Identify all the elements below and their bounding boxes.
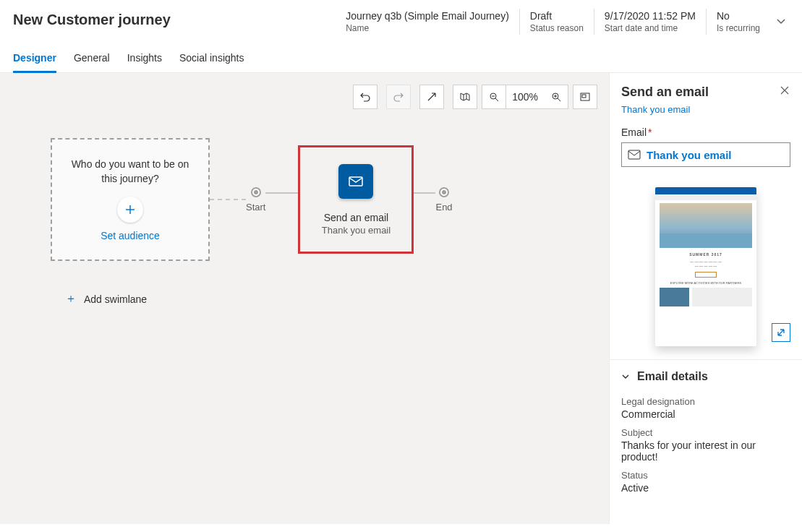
status-value: Active xyxy=(621,482,790,494)
mail-icon xyxy=(628,150,641,160)
minimap-button[interactable] xyxy=(453,85,477,109)
svg-line-4 xyxy=(558,98,560,101)
tab-general[interactable]: General xyxy=(74,48,110,72)
panel-close-button[interactable] xyxy=(779,85,790,96)
send-email-tile[interactable]: Send an email Thank you email xyxy=(298,145,414,254)
send-email-tile-title: Send an email xyxy=(324,212,389,223)
header-meta-group: Journey q3b (Simple Email Journey) Name … xyxy=(336,9,789,35)
svg-rect-11 xyxy=(349,177,362,186)
expand-preview-button[interactable] xyxy=(772,323,790,342)
email-details-content: Legal designation Commercial Subject Tha… xyxy=(610,386,802,494)
redo-icon xyxy=(393,91,404,103)
fullscreen-button[interactable] xyxy=(573,85,597,109)
legal-designation-value: Commercial xyxy=(621,408,790,420)
tab-social-insights[interactable]: Social insights xyxy=(179,48,244,72)
close-icon xyxy=(780,86,789,95)
redo-button[interactable] xyxy=(386,85,411,109)
chevron-down-icon xyxy=(621,372,630,381)
meta-recurring[interactable]: No Is recurring xyxy=(706,9,770,35)
fit-screen-icon xyxy=(426,91,438,103)
email-details-title: Email details xyxy=(637,370,708,383)
panel-subtitle-link[interactable]: Thank you email xyxy=(610,104,802,115)
zoom-in-icon xyxy=(551,92,561,102)
plus-icon: ＋ xyxy=(65,291,77,306)
meta-name[interactable]: Journey q3b (Simple Email Journey) Name xyxy=(336,9,519,35)
tab-designer[interactable]: Designer xyxy=(13,48,56,73)
connector-solid-2 xyxy=(414,192,435,194)
mail-icon xyxy=(347,173,364,190)
add-audience-button[interactable] xyxy=(117,197,143,223)
tab-bar: Designer General Insights Social insight… xyxy=(0,35,802,73)
canvas-toolbar: 100% xyxy=(353,85,597,109)
zoom-out-icon xyxy=(489,92,499,102)
start-node-label: Start xyxy=(246,202,265,213)
start-node[interactable]: Start xyxy=(246,187,265,213)
end-node-dot xyxy=(439,187,449,197)
undo-button[interactable] xyxy=(353,85,377,109)
meta-status[interactable]: Draft Status reason xyxy=(519,9,594,35)
set-audience-link[interactable]: Set audience xyxy=(101,230,160,241)
audience-placeholder-tile[interactable]: Who do you want to be on this journey? S… xyxy=(51,138,210,261)
tab-insights[interactable]: Insights xyxy=(127,48,162,72)
meta-start-date[interactable]: 9/17/2020 11:52 PM Start date and time xyxy=(594,9,706,35)
svg-rect-12 xyxy=(628,150,640,159)
email-lookup-value: Thank you email xyxy=(647,149,732,161)
fit-to-screen-button[interactable] xyxy=(419,85,444,109)
email-field-label: Email* xyxy=(621,126,790,138)
end-node[interactable]: End xyxy=(435,187,452,213)
canvas-content: Who do you want to be on this journey? S… xyxy=(51,138,609,306)
email-preview-card: SUMMER 2017 — — — — — — —— — — — — EXPLO… xyxy=(655,187,756,346)
page-header: New Customer journey Journey q3b (Simple… xyxy=(0,0,802,35)
expand-icon xyxy=(776,327,786,338)
panel-title: Send an email xyxy=(621,85,779,100)
zoom-in-button[interactable] xyxy=(544,85,568,109)
zoom-out-button[interactable] xyxy=(482,85,506,109)
audience-question-text: Who do you want to be on this journey? xyxy=(67,158,194,186)
properties-panel: Send an email Thank you email Email* Tha… xyxy=(609,73,802,524)
meta-status-label: Status reason xyxy=(530,23,584,33)
send-email-tile-icon-box xyxy=(338,164,373,199)
required-indicator: * xyxy=(648,126,652,138)
meta-recurring-label: Is recurring xyxy=(717,23,760,33)
header-expand-chevron[interactable] xyxy=(770,9,789,26)
email-preview-thumbnail[interactable]: SUMMER 2017 — — — — — — —— — — — — EXPLO… xyxy=(621,187,790,346)
connector-solid-1 xyxy=(265,192,298,194)
connector-dashed xyxy=(210,199,246,200)
email-lookup-field[interactable]: Thank you email xyxy=(621,142,790,167)
subject-label: Subject xyxy=(621,427,790,438)
page-title: New Customer journey xyxy=(13,9,171,28)
journey-canvas[interactable]: 100% Who do you want to be on this journ… xyxy=(0,73,609,524)
meta-name-value: Journey q3b (Simple Email Journey) xyxy=(346,10,509,22)
zoom-control: 100% xyxy=(482,85,568,109)
meta-recurring-value: No xyxy=(717,10,760,22)
undo-icon xyxy=(359,91,371,103)
meta-start-date-label: Start date and time xyxy=(605,23,696,33)
minimap-icon xyxy=(459,91,471,103)
status-label: Status xyxy=(621,470,790,481)
plus-icon xyxy=(124,204,136,215)
subject-value: Thanks for your interest in our product! xyxy=(621,439,790,463)
meta-name-label: Name xyxy=(346,23,509,33)
svg-rect-8 xyxy=(582,95,586,98)
preview-headline: SUMMER 2017 xyxy=(655,251,756,258)
send-email-tile-subtitle: Thank you email xyxy=(322,225,391,236)
svg-line-1 xyxy=(495,98,498,101)
chevron-down-icon xyxy=(776,16,786,26)
add-swimlane-button[interactable]: ＋ Add swimlane xyxy=(65,291,609,306)
legal-designation-label: Legal designation xyxy=(621,396,790,407)
fullscreen-icon xyxy=(579,91,591,103)
email-details-accordion[interactable]: Email details xyxy=(610,360,802,386)
zoom-level-label: 100% xyxy=(506,85,544,109)
meta-status-value: Draft xyxy=(530,10,584,22)
meta-start-date-value: 9/17/2020 11:52 PM xyxy=(605,10,696,22)
add-swimlane-label: Add swimlane xyxy=(84,293,147,305)
start-node-dot xyxy=(251,187,261,197)
end-node-label: End xyxy=(435,202,452,213)
